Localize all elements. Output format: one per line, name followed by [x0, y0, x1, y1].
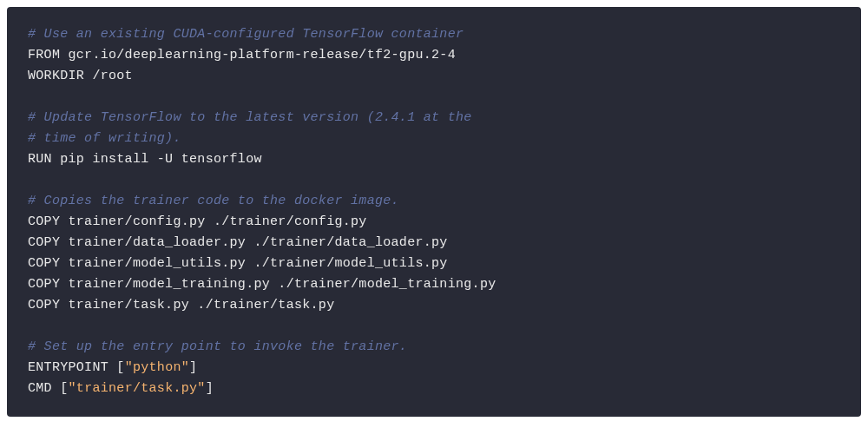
code-line: # Set up the entry point to invoke the t…	[28, 337, 840, 358]
code-line: COPY trainer/config.py ./trainer/config.…	[28, 212, 840, 233]
code-keyword: CMD	[28, 381, 60, 396]
code-text: WORKDIR /root	[28, 69, 133, 83]
code-line: # time of writing).	[28, 128, 840, 149]
bracket-close: ]	[206, 381, 214, 396]
code-comment: # Update TensorFlow to the latest versio…	[28, 110, 472, 125]
code-keyword: ENTRYPOINT	[28, 360, 116, 375]
code-line: # Copies the trainer code to the docker …	[28, 191, 840, 212]
code-line: COPY trainer/task.py ./trainer/task.py	[28, 295, 840, 316]
code-comment: # Use an existing CUDA-configured Tensor…	[28, 27, 464, 42]
code-line	[28, 170, 840, 191]
code-line: CMD ["trainer/task.py"]	[28, 378, 840, 399]
code-line: RUN pip install -U tensorflow	[28, 149, 840, 170]
code-block: # Use an existing CUDA-configured Tensor…	[7, 7, 861, 417]
bracket-open: [	[116, 360, 124, 375]
code-comment: # Copies the trainer code to the docker …	[28, 194, 399, 208]
code-comment: # time of writing).	[28, 131, 181, 146]
code-text: COPY trainer/task.py ./trainer/task.py	[28, 298, 334, 313]
code-line: WORKDIR /root	[28, 66, 840, 87]
code-line	[28, 87, 840, 108]
code-line: FROM gcr.io/deeplearning-platform-releas…	[28, 45, 840, 66]
code-string: "trainer/task.py"	[69, 381, 206, 396]
code-text: COPY trainer/config.py ./trainer/config.…	[28, 214, 367, 229]
code-line: COPY trainer/model_training.py ./trainer…	[28, 274, 840, 295]
code-text: COPY trainer/model_utils.py ./trainer/mo…	[28, 256, 448, 271]
code-line	[28, 316, 840, 337]
code-line: # Use an existing CUDA-configured Tensor…	[28, 24, 840, 45]
code-line: ENTRYPOINT ["python"]	[28, 358, 840, 378]
code-string: "python"	[125, 360, 189, 375]
bracket-close: ]	[189, 360, 197, 375]
code-line: COPY trainer/data_loader.py ./trainer/da…	[28, 233, 840, 253]
code-line: COPY trainer/model_utils.py ./trainer/mo…	[28, 253, 840, 274]
code-comment: # Set up the entry point to invoke the t…	[28, 339, 407, 354]
code-text: COPY trainer/data_loader.py ./trainer/da…	[28, 235, 448, 250]
code-text: FROM gcr.io/deeplearning-platform-releas…	[28, 48, 456, 63]
code-text: RUN pip install -U tensorflow	[28, 152, 262, 167]
bracket-open: [	[60, 381, 68, 396]
code-text: COPY trainer/model_training.py ./trainer…	[28, 277, 496, 292]
code-line: # Update TensorFlow to the latest versio…	[28, 108, 840, 128]
